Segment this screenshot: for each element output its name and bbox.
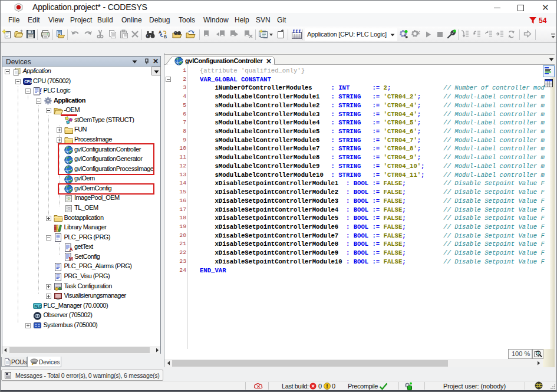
svg-text:B: B — [164, 35, 167, 39]
svg-text:PLC: PLC — [34, 305, 42, 308]
svg-text:CPU: CPU — [24, 80, 32, 84]
svg-text:M: M — [68, 256, 72, 262]
svg-text:A: A — [69, 246, 72, 252]
